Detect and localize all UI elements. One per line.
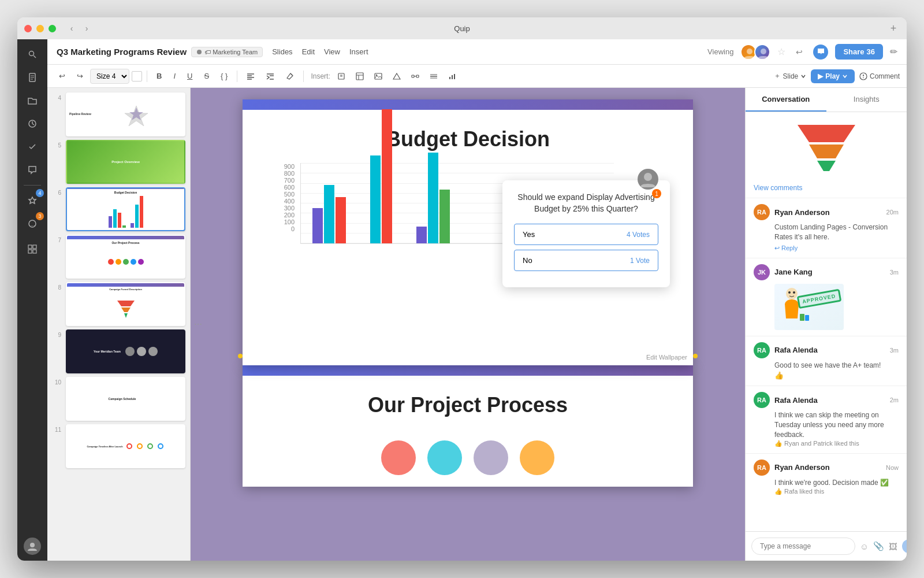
underline-btn[interactable]: U [182,68,197,84]
poll-notification-badge: 1 [652,189,661,198]
svg-marker-48 [117,301,135,306]
edit-pencil-icon[interactable]: ✏ [890,46,897,57]
attachment-btn[interactable]: 📎 [873,538,884,554]
chat-bubble-btn[interactable] [813,45,828,60]
clock-icon-btn[interactable] [22,113,43,134]
code-btn[interactable]: { } [216,68,232,84]
bar-digital-3 [416,227,427,243]
insert-table-btn[interactable] [351,68,368,84]
insert-shape-btn[interactable] [388,68,405,84]
star-favorite-icon[interactable]: ☆ [777,46,785,57]
expand-icon[interactable]: ⋯ [194,320,202,329]
nav-insert[interactable]: Insert [349,47,368,56]
send-button[interactable]: Send [902,539,907,553]
add-button[interactable]: + [887,22,900,35]
poll-no-option[interactable]: No 1 Vote [514,250,658,271]
align-left-btn[interactable] [242,68,259,84]
comment-header: RA Rafa Alenda 2m [754,392,899,408]
comment-button[interactable]: Comment [859,72,900,80]
paint-btn[interactable] [281,68,299,84]
close-button[interactable] [24,25,32,32]
chat-icon-btn[interactable] [22,160,43,180]
view-comments-link[interactable]: View comments [746,184,907,198]
insert-divider-btn[interactable] [425,68,442,84]
poll-yes-option[interactable]: Yes 4 Votes [514,224,658,245]
strikethrough-btn[interactable]: S [199,68,214,84]
svg-point-56 [788,291,791,294]
undo-toolbar-btn[interactable]: ↩ [54,68,70,84]
tab-insights[interactable]: Insights [826,88,907,112]
emoji-btn[interactable]: ☺ [860,538,869,554]
slide-thumb-9[interactable]: Your Meridian Team [66,329,185,373]
slide-thumb-10[interactable]: Campaign Schedule [66,377,185,421]
slide-thumb-8[interactable]: Campaign Funnel Description [66,282,185,326]
avatar-rafa: RA [754,342,770,358]
comment-jane: JK Jane Kang 3m [746,258,907,336]
share-button[interactable]: Share 36 [835,44,883,60]
insert-chart-btn[interactable] [444,68,461,84]
check-icon-btn[interactable] [22,136,43,157]
nav-view[interactable]: View [324,47,340,56]
avatar-2 [754,44,770,60]
image-btn[interactable]: 🖼 [889,538,897,554]
svg-marker-9 [29,197,36,203]
maximize-button[interactable] [49,25,56,32]
bold-btn[interactable]: B [152,68,166,84]
redo-toolbar-btn[interactable]: ↪ [72,68,88,84]
size-select[interactable]: Size 4 Size 1 Size 2 Size 3 [90,69,129,84]
slide-thumb-6[interactable]: Budget Decision [66,187,185,231]
tab-conversation[interactable]: Conversation [746,88,826,112]
svg-point-18 [747,49,752,54]
approved-sticker: APPROVED [754,284,899,330]
add-slide-btn[interactable]: ＋Slide [774,71,807,81]
comment-ryan-1: RA Ryan Anderson 20m Custom Landing Page… [746,198,907,258]
slide-thumb-11[interactable]: Campaign Timeline After Launch [66,424,185,468]
play-button[interactable]: ▶ Play [811,69,855,83]
emoji: 👍 [754,371,899,380]
svg-marker-50 [124,313,128,318]
nav-edit[interactable]: Edit [302,47,315,56]
svg-rect-14 [28,250,32,253]
svg-rect-31 [356,73,363,80]
insert-image-btn[interactable] [370,68,387,84]
search-icon-btn[interactable] [22,44,43,65]
star-badge: 4 [22,190,43,211]
insert-text-btn[interactable] [333,68,350,84]
color-swatch[interactable] [132,71,142,81]
bar-digital-1 [312,208,323,243]
svg-rect-42 [449,77,450,79]
comment-rafa-1: RA Rafa Alenda 3m Good to see we have th… [746,336,907,386]
nav-slides[interactable]: Slides [272,47,292,56]
edit-wallpaper-btn[interactable]: Edit Wallpaper [646,354,687,361]
svg-rect-34 [375,73,382,79]
header-right: Viewing ☆ ↩ [707,44,897,60]
insert-flow-btn[interactable] [407,68,424,84]
slide-thumb-4[interactable]: Pipeline Review [66,92,185,136]
folder-icon-btn[interactable] [22,90,43,111]
toolbar-separator-2 [237,71,237,82]
forward-button[interactable]: › [80,22,93,35]
avatar-jane: JK [754,264,770,280]
poll-popup: 1 Should we expand Display Advertising B… [502,180,670,287]
bar-display-1 [336,197,346,243]
slide-thumb-7[interactable]: Our Project Process [66,235,185,279]
svg-rect-37 [416,75,419,77]
right-panel-tabs: Conversation Insights [746,88,907,112]
nav-arrows: ‹ › [65,22,93,35]
indent-btn[interactable] [262,68,279,84]
list-item: 4 Pipeline Review [52,92,185,136]
italic-btn[interactable]: I [169,68,180,84]
back-button[interactable]: ‹ [65,22,78,35]
minimize-button[interactable] [36,25,44,32]
slide-thumb-5[interactable]: Project Overview [66,140,185,184]
svg-rect-36 [412,75,414,77]
reply-btn[interactable]: ↩ Reply [754,244,899,252]
slide-header-bar [243,99,693,110]
document-icon-btn[interactable] [22,67,43,88]
svg-rect-58 [800,314,804,321]
grid-icon-btn[interactable] [22,239,43,260]
svg-point-17 [197,50,202,54]
undo-button[interactable]: ↩ [792,45,806,59]
user-avatar[interactable] [24,538,41,555]
message-input[interactable] [751,538,855,555]
